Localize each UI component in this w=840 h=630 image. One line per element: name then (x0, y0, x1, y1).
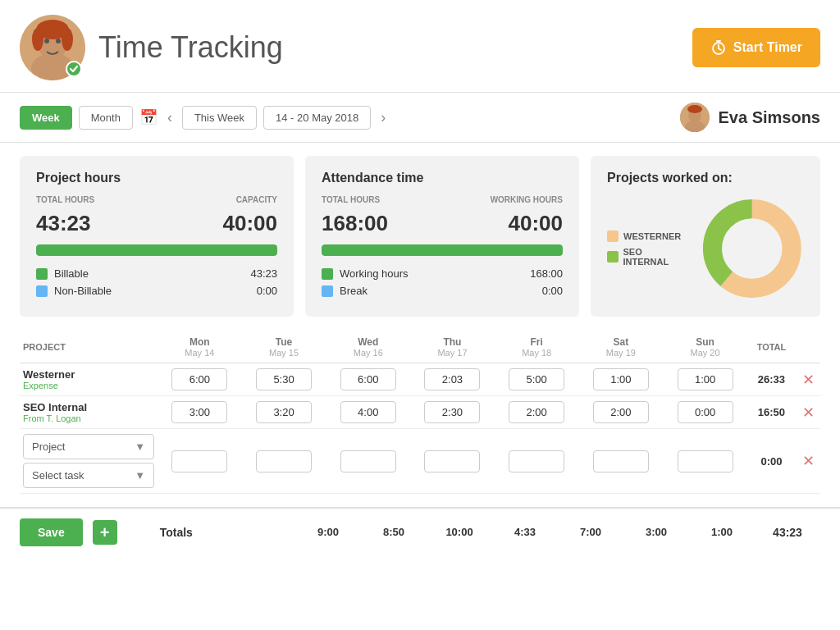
total-cell-1: 16:50 (747, 396, 796, 429)
sat-input-1[interactable] (593, 401, 649, 423)
billable-detail: Billable 43:23 (36, 267, 277, 280)
user-avatar-wrap (20, 15, 85, 80)
project-hours-progress-bg (36, 244, 277, 256)
footer-row: Save + Totals 9:00 8:50 10:00 4:33 7:00 … (0, 507, 840, 556)
project-hours-card: Project hours TOTAL HOURS CAPACITY 43:23… (20, 156, 294, 317)
table-body: Westerner Expense 26:33 ✕ SEO Internal F… (20, 363, 820, 494)
totals-mon: 9:00 (295, 526, 361, 539)
start-timer-button[interactable]: Start Timer (692, 28, 820, 67)
donut-legend: WESTERNER SEO INTERNAL (607, 231, 687, 267)
add-row-button[interactable]: + (93, 520, 117, 545)
time-table: PROJECT Mon May 14 Tue May 15 W (20, 330, 820, 494)
week-tab[interactable]: Week (20, 106, 72, 130)
mon-cell-0 (158, 363, 242, 396)
header: Time Tracking Start Timer (0, 0, 840, 93)
thu-input-0[interactable] (424, 368, 480, 390)
delete-new-row[interactable]: ✕ (802, 452, 815, 470)
wed-input-1[interactable] (340, 401, 396, 423)
capacity-label: CAPACITY (236, 195, 277, 204)
fri-input-1[interactable] (509, 401, 564, 423)
break-label: Break (340, 285, 368, 297)
attendance-values: 168:00 40:00 (322, 209, 563, 236)
totals-tue: 8:50 (361, 526, 427, 539)
sun-header: Sun May 20 (663, 330, 747, 363)
total-hours-label: TOTAL HOURS (36, 195, 94, 204)
new-thu-input[interactable] (424, 450, 480, 472)
attendance-total-label: TOTAL HOURS (322, 195, 380, 204)
tue-input-1[interactable] (256, 401, 312, 423)
month-tab[interactable]: Month (79, 106, 133, 130)
thu-input-1[interactable] (424, 401, 480, 423)
project-cell-1: SEO Internal From T. Logan (20, 396, 158, 429)
save-button[interactable]: Save (20, 518, 83, 546)
new-tue-input[interactable] (256, 450, 312, 472)
add-project-row: Project ▼ Select task ▼ 0:00 (20, 429, 820, 494)
projects-worked-card: Projects worked on: WESTERNER SEO INTERN… (591, 156, 820, 317)
total-hours-value: 43:23 (36, 211, 91, 236)
timer-icon (710, 39, 727, 56)
delete-row-0[interactable]: ✕ (802, 371, 815, 389)
project-cell-0: Westerner Expense (20, 363, 158, 396)
task-dropdown[interactable]: Select task ▼ (23, 463, 154, 488)
attendance-card: Attendance time TOTAL HOURS WORKING HOUR… (305, 156, 579, 317)
totals-sat: 3:00 (623, 526, 689, 539)
wed-input-0[interactable] (340, 368, 396, 390)
attendance-progress-bg (322, 244, 563, 256)
wed-cell-1 (326, 396, 410, 429)
legend-seo-label: SEO INTERNAL (623, 247, 688, 267)
this-week-button[interactable]: This Week (182, 106, 257, 130)
sun-input-1[interactable] (678, 401, 733, 423)
prev-week-button[interactable]: ‹ (164, 106, 176, 130)
new-sat-input[interactable] (593, 450, 649, 472)
totals-fri: 7:00 (558, 526, 623, 539)
fri-header: Fri May 18 (495, 330, 579, 363)
delete-row-1[interactable]: ✕ (802, 404, 815, 422)
table-row: Westerner Expense 26:33 ✕ (20, 363, 820, 396)
project-name-0: Westerner (23, 368, 154, 381)
legend-orange-dot (607, 231, 619, 242)
billable-dot (36, 268, 48, 280)
legend-westerner: WESTERNER (607, 231, 687, 242)
sun-input-0[interactable] (678, 368, 733, 390)
sat-cell-0 (579, 363, 664, 396)
donut-wrap: WESTERNER SEO INTERNAL (607, 195, 804, 302)
thu-cell-1 (410, 396, 495, 429)
delete-cell-1: ✕ (796, 396, 820, 429)
total-header: TOTAL (747, 330, 796, 363)
project-header: PROJECT (20, 330, 158, 363)
attendance-title: Attendance time (322, 171, 563, 185)
project-dropdown[interactable]: Project ▼ (23, 434, 154, 459)
new-wed-input[interactable] (340, 450, 396, 472)
calendar-icon[interactable]: 📅 (139, 108, 158, 126)
mon-input-1[interactable] (171, 401, 227, 423)
next-week-button[interactable]: › (377, 106, 389, 130)
page-title: Time Tracking (98, 30, 283, 65)
thu-cell-0 (410, 363, 495, 396)
break-dot (322, 285, 333, 297)
stats-row: Project hours TOTAL HOURS CAPACITY 43:23… (0, 143, 840, 330)
new-mon-input[interactable] (171, 450, 227, 472)
sat-input-0[interactable] (593, 368, 649, 390)
mon-cell-1 (158, 396, 242, 429)
new-delete-cell: ✕ (796, 429, 820, 494)
totals-wed: 10:00 (427, 526, 492, 539)
new-fri-input[interactable] (509, 450, 564, 472)
svg-point-12 (687, 105, 702, 113)
thu-header: Thu May 17 (410, 330, 495, 363)
fri-cell-0 (495, 363, 579, 396)
tue-input-0[interactable] (256, 368, 312, 390)
break-detail: Break 0:00 (322, 285, 563, 297)
header-left: Time Tracking (20, 15, 283, 80)
totals-sun: 1:00 (689, 526, 755, 539)
projects-worked-title: Projects worked on: (607, 171, 804, 185)
capacity-value: 40:00 (223, 211, 278, 236)
attendance-total-value: 168:00 (322, 211, 388, 236)
date-range: 14 - 20 May 2018 (263, 106, 371, 130)
mon-input-0[interactable] (171, 368, 227, 390)
nonbillable-label: Non-Billable (54, 285, 112, 297)
total-cell-0: 26:33 (747, 363, 796, 396)
sun-cell-0 (663, 363, 747, 396)
action-header (796, 330, 820, 363)
fri-input-0[interactable] (509, 368, 564, 390)
new-sun-input[interactable] (678, 450, 733, 472)
